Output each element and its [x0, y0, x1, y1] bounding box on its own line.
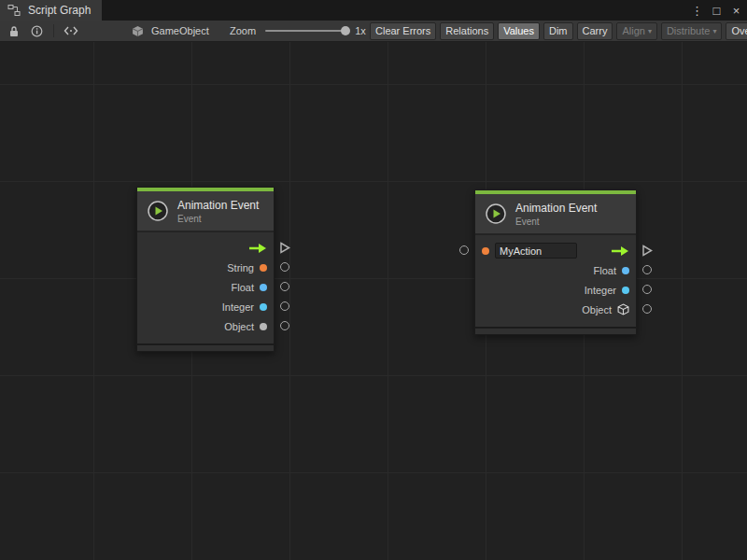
window-controls: ⋮ □ ×: [690, 0, 743, 21]
tab-script-graph[interactable]: Script Graph: [0, 0, 102, 21]
tab-bar: Script Graph ⋮ □ ×: [0, 0, 747, 21]
float-output-row: Float: [137, 277, 274, 297]
node-header[interactable]: Animation Event Event: [475, 194, 636, 233]
node-subtitle: Event: [177, 214, 259, 224]
string-output-port[interactable]: [280, 262, 289, 272]
distribute-label: Distribute: [667, 25, 710, 36]
object-output-row: Object: [137, 316, 274, 336]
port-label: Float: [232, 282, 254, 293]
float-output-port[interactable]: [280, 282, 289, 291]
flow-output-row: [137, 238, 274, 258]
node-header[interactable]: Animation Event Event: [137, 191, 274, 231]
zoom-control: Zoom 1x: [230, 21, 366, 41]
integer-output-row: Integer: [475, 280, 636, 300]
string-type-icon: [260, 264, 267, 272]
string-type-icon: [482, 247, 489, 255]
port-label: Object: [582, 304, 612, 315]
window-close-button[interactable]: ×: [729, 4, 743, 18]
action-input-row: [475, 241, 636, 260]
object-cube-icon: [617, 303, 629, 315]
gameobject-icon: [129, 23, 146, 38]
zoom-slider[interactable]: [265, 30, 345, 32]
node-footer: [137, 345, 274, 351]
node-title: Animation Event: [177, 199, 259, 212]
clear-errors-button[interactable]: Clear Errors: [370, 22, 436, 40]
port-label: Integer: [222, 301, 254, 313]
event-play-icon: [147, 200, 169, 222]
port-label: Float: [594, 265, 616, 276]
port-label: Integer: [585, 285, 616, 296]
action-name-input[interactable]: [495, 243, 577, 259]
object-output-port[interactable]: [642, 304, 652, 314]
toolbar-buttons: Clear Errors Relations Values Dim Carry …: [370, 21, 747, 41]
object-output-port[interactable]: [280, 321, 289, 330]
float-output-row: Float: [475, 260, 636, 280]
float-type-icon: [260, 284, 267, 291]
window-menu-button[interactable]: ⋮: [690, 4, 704, 18]
code-icon[interactable]: [63, 23, 79, 38]
float-output-port[interactable]: [642, 265, 652, 274]
node-subtitle: Event: [515, 217, 597, 227]
relations-button[interactable]: Relations: [440, 22, 494, 40]
object-type-icon: [260, 323, 267, 330]
toolbar-left-icons: [6, 21, 79, 41]
script-graph-icon: [6, 3, 22, 18]
values-button[interactable]: Values: [498, 22, 540, 40]
float-type-icon: [622, 267, 629, 274]
zoom-value: 1x: [355, 25, 366, 36]
node-body: Float Integer Object: [475, 233, 636, 327]
node-body: String Float Integer Object: [137, 231, 274, 343]
align-label: Align: [622, 25, 644, 36]
string-output-row: String: [137, 258, 274, 277]
integer-output-port[interactable]: [280, 301, 289, 311]
flow-output-port[interactable]: [641, 245, 653, 257]
chevron-down-icon: ▾: [648, 27, 652, 35]
lock-icon[interactable]: [6, 23, 22, 38]
node-animation-event-1[interactable]: Animation Event Event String Float Integ…: [136, 187, 275, 352]
port-label: String: [227, 262, 254, 273]
event-play-icon: [485, 203, 507, 225]
node-title: Animation Event: [515, 202, 597, 215]
flow-arrow-icon: [611, 245, 629, 257]
dim-button[interactable]: Dim: [543, 22, 573, 40]
gameobject-selector[interactable]: GameObject: [129, 21, 209, 41]
info-icon[interactable]: [28, 23, 45, 38]
chevron-down-icon: ▾: [712, 27, 716, 35]
object-output-row: Object: [475, 300, 636, 319]
integer-type-icon: [622, 287, 629, 294]
gameobject-label: GameObject: [151, 25, 209, 36]
node-footer: [475, 329, 636, 334]
port-label: Object: [224, 321, 254, 332]
action-input-port[interactable]: [459, 245, 469, 255]
graph-canvas[interactable]: Animation Event Event String Float Integ…: [0, 42, 747, 560]
node-titles: Animation Event Event: [515, 202, 597, 227]
integer-output-row: Integer: [137, 297, 274, 316]
integer-type-icon: [260, 303, 267, 311]
align-button[interactable]: Align ▾: [616, 22, 656, 40]
flow-arrow-icon: [248, 243, 267, 254]
integer-output-port[interactable]: [642, 285, 652, 294]
window-maximize-button[interactable]: □: [710, 4, 724, 18]
zoom-label: Zoom: [230, 25, 256, 36]
node-titles: Animation Event Event: [177, 199, 259, 224]
carry-button[interactable]: Carry: [577, 22, 613, 40]
overview-button[interactable]: Overv: [726, 22, 747, 40]
zoom-slider-handle[interactable]: [341, 26, 350, 35]
distribute-button[interactable]: Distribute ▾: [661, 22, 722, 40]
toolbar-separator: [53, 24, 54, 37]
flow-output-port[interactable]: [279, 242, 290, 254]
graph-toolbar: GameObject Zoom 1x Clear Errors Relation…: [0, 21, 747, 42]
tab-title: Script Graph: [28, 4, 91, 17]
node-animation-event-2[interactable]: Animation Event Event Float Integer O: [474, 189, 637, 335]
